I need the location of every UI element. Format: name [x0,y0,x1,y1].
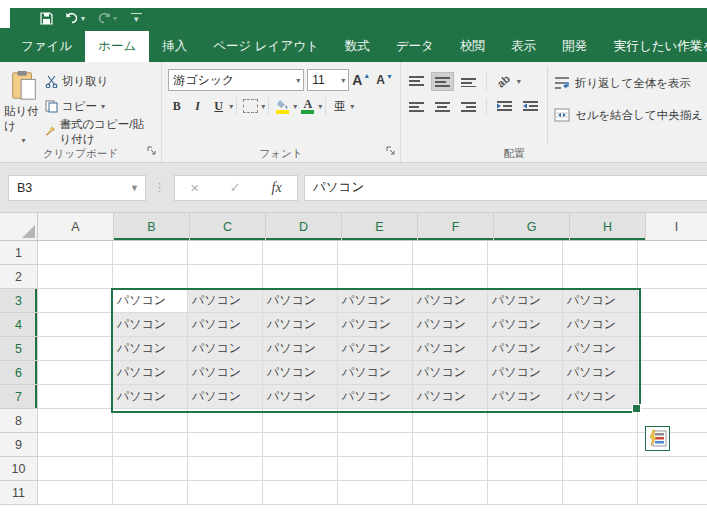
phonetic-guide-dropdown-icon[interactable]: ▾ [350,102,354,111]
tab-review[interactable]: 校閲 [447,31,498,62]
cell-F5[interactable]: パソコン [413,337,488,361]
font-size-combo[interactable]: 11 ▾ [307,69,349,91]
cell-B10[interactable] [113,457,188,481]
cell-A3[interactable] [38,289,113,313]
cell-F2[interactable] [413,265,488,289]
cell-G8[interactable] [488,409,563,433]
cell-D8[interactable] [263,409,338,433]
decrease-font-size-button[interactable]: A▼ [373,73,396,87]
cell-F3[interactable]: パソコン [413,289,488,313]
cell-E5[interactable]: パソコン [338,337,413,361]
cell-C5[interactable]: パソコン [188,337,263,361]
cell-G5[interactable]: パソコン [488,337,563,361]
cell-D4[interactable]: パソコン [263,313,338,337]
column-header-E[interactable]: E [342,213,418,241]
cell-H11[interactable] [563,481,638,505]
tab-developer[interactable]: 開発 [549,31,600,62]
merge-center-button[interactable]: セルを結合して中央揃え [554,103,703,127]
align-right-button[interactable] [457,97,480,116]
cell-F9[interactable] [413,433,488,457]
cell-G7[interactable]: パソコン [488,385,563,409]
cut-button[interactable]: 切り取り [43,69,157,94]
cell-I1[interactable] [638,241,707,265]
cell-D3[interactable]: パソコン [263,289,338,313]
cell-H3[interactable]: パソコン [563,289,638,313]
orientation-dropdown-icon[interactable]: ▾ [517,77,521,86]
row-header-6[interactable]: 6 [0,361,38,385]
tab-page-layout[interactable]: ページ レイアウト [200,31,332,62]
align-left-button[interactable] [405,97,428,116]
cell-B2[interactable] [113,265,188,289]
cell-B8[interactable] [113,409,188,433]
cancel-button[interactable]: × [190,179,199,196]
cell-C10[interactable] [188,457,263,481]
cell-I2[interactable] [638,265,707,289]
phonetic-guide-button[interactable]: 亜 [329,96,350,116]
row-header-3[interactable]: 3 [0,289,38,313]
font-color-button[interactable]: A [297,96,318,116]
column-header-H[interactable]: H [570,213,646,241]
cell-C1[interactable] [188,241,263,265]
cell-F7[interactable]: パソコン [413,385,488,409]
orientation-button[interactable]: ab [493,71,514,91]
cell-C4[interactable]: パソコン [188,313,263,337]
cell-A10[interactable] [38,457,113,481]
cell-D5[interactable]: パソコン [263,337,338,361]
cell-A11[interactable] [38,481,113,505]
font-size-dropdown-icon[interactable]: ▾ [338,76,348,85]
copy-button[interactable]: コピー ▾ [43,94,157,119]
bold-button[interactable]: B [166,96,187,116]
copy-dropdown-icon[interactable]: ▾ [101,102,105,111]
increase-indent-button[interactable] [519,97,542,116]
cell-H4[interactable]: パソコン [563,313,638,337]
cell-C6[interactable]: パソコン [188,361,263,385]
cell-H9[interactable] [563,433,638,457]
undo-dropdown-icon[interactable]: ▾ [81,14,85,23]
row-header-7[interactable]: 7 [0,385,38,409]
font-color-dropdown-icon[interactable]: ▾ [318,102,322,111]
cell-E10[interactable] [338,457,413,481]
cell-D2[interactable] [263,265,338,289]
cell-C8[interactable] [188,409,263,433]
cell-H7[interactable]: パソコン [563,385,638,409]
cell-A5[interactable] [38,337,113,361]
cell-I3[interactable] [638,289,707,313]
cell-C9[interactable] [188,433,263,457]
tab-data[interactable]: データ [383,31,447,62]
borders-button[interactable] [240,96,261,116]
cell-A2[interactable] [38,265,113,289]
align-center-button[interactable] [431,97,454,116]
cell-B1[interactable] [113,241,188,265]
cell-G10[interactable] [488,457,563,481]
cell-H10[interactable] [563,457,638,481]
cell-I11[interactable] [638,481,707,505]
cell-D1[interactable] [263,241,338,265]
row-header-4[interactable]: 4 [0,313,38,337]
cell-D9[interactable] [263,433,338,457]
tell-me-box[interactable]: 実行したい作業を入力して [600,31,707,62]
enter-button[interactable]: ✓ [230,180,241,195]
cell-G11[interactable] [488,481,563,505]
cell-B5[interactable]: パソコン [113,337,188,361]
cell-I7[interactable] [638,385,707,409]
cell-D10[interactable] [263,457,338,481]
cell-G4[interactable]: パソコン [488,313,563,337]
cell-E7[interactable]: パソコン [338,385,413,409]
quick-analysis-button[interactable] [645,426,670,451]
redo-dropdown-icon[interactable]: ▾ [113,14,117,23]
customize-qat-button[interactable]: ▾ [131,13,142,23]
cell-D6[interactable]: パソコン [263,361,338,385]
cell-F4[interactable]: パソコン [413,313,488,337]
align-top-button[interactable] [405,72,428,91]
redo-button[interactable]: ▾ [93,9,121,27]
cell-F10[interactable] [413,457,488,481]
cell-H6[interactable]: パソコン [563,361,638,385]
select-all-button[interactable] [0,213,38,241]
wrap-text-button[interactable]: 折り返して全体を表示 [554,71,703,95]
cell-G3[interactable]: パソコン [488,289,563,313]
underline-dropdown-icon[interactable]: ▾ [229,102,233,111]
cell-D7[interactable]: パソコン [263,385,338,409]
column-header-G[interactable]: G [494,213,570,241]
cell-H1[interactable] [563,241,638,265]
name-box[interactable]: B3 ▼ [8,175,146,201]
